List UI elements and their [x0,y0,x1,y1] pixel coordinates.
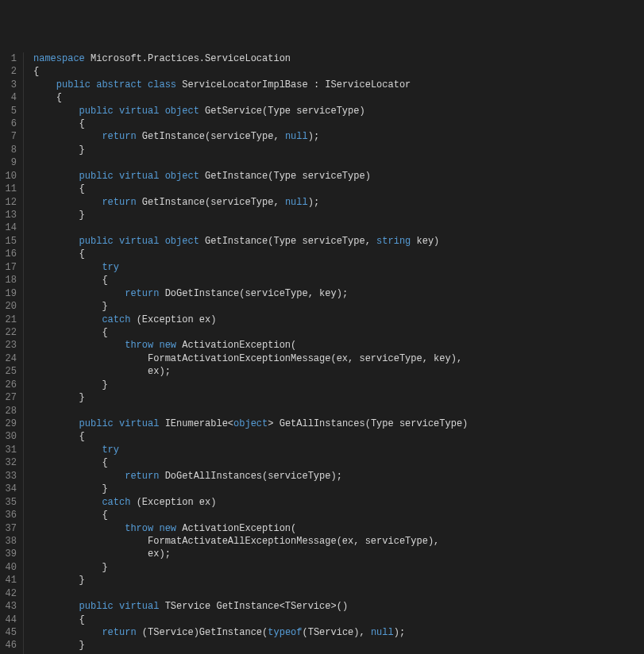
token-id: ); [308,131,319,142]
line-number: 16 [3,248,17,260]
line-number: 39 [3,548,17,560]
code-line[interactable]: } [33,391,644,404]
token-pn: } [102,483,107,494]
token-id: ); [308,197,319,208]
token-kw: null [285,197,308,208]
code-editor[interactable]: 1234567891011121314151617181920212223242… [0,52,644,654]
code-line[interactable]: public virtual object GetInstance(Type s… [33,170,644,183]
token-kw: public virtual [79,418,160,429]
code-line[interactable]: { [33,614,644,626]
token-kw: namespace [33,53,85,64]
token-id [33,340,125,351]
code-line[interactable]: ex); [33,365,644,378]
code-line[interactable]: return DoGetInstance(serviceType, key); [33,287,644,300]
token-kw: object [233,418,268,429]
code-line[interactable]: public virtual object GetService(Type se… [33,105,644,117]
code-line[interactable]: return GetInstance(serviceType, null); [33,130,644,143]
code-line[interactable]: { [33,248,644,260]
token-kw: catch [102,497,130,508]
line-number: 35 [3,496,17,509]
code-line[interactable]: } [33,574,644,587]
code-line[interactable]: } [33,379,644,391]
code-line[interactable]: { [33,117,644,130]
line-number: 34 [3,483,17,495]
token-id: ); [394,627,405,638]
code-line[interactable]: FormatActivateAllExceptionMessage(ex, se… [33,535,644,548]
token-id: Microsoft.Practices.ServiceLocation [85,53,291,64]
code-line[interactable]: { [33,183,644,195]
code-line[interactable]: { [33,456,644,469]
line-number: 44 [3,614,17,626]
token-pn: } [102,562,107,573]
token-id [33,444,102,456]
code-line[interactable] [33,221,644,234]
code-line[interactable]: return DoGetAllInstances(serviceType); [33,470,644,483]
line-number: 12 [3,196,17,209]
token-pn: { [102,510,107,521]
token-kw: catch [102,314,130,325]
code-line[interactable]: } [33,483,644,495]
code-line[interactable]: { [33,326,644,339]
line-number: 13 [3,209,17,221]
code-line[interactable]: } [33,209,644,221]
code-line[interactable]: ex); [33,548,644,560]
line-number: 45 [3,626,17,639]
code-line[interactable]: throw new ActivationException( [33,339,644,352]
code-line[interactable]: catch (Exception ex) [33,496,644,509]
code-line[interactable]: return GetInstance(serviceType, null); [33,196,644,209]
code-line[interactable]: try [33,444,644,456]
token-pn: { [56,92,62,103]
code-line[interactable] [33,156,644,169]
line-number: 19 [3,287,17,300]
line-number: 2 [3,65,17,78]
code-line[interactable]: } [33,561,644,574]
code-line[interactable] [33,587,644,600]
token-kw: public virtual object [79,236,199,247]
code-line[interactable]: public virtual TService GetInstance<TSer… [33,600,644,613]
line-number: 41 [3,574,17,587]
code-line[interactable] [33,405,644,417]
line-number: 23 [3,339,17,352]
token-id [33,627,102,638]
line-number: 15 [3,235,17,248]
token-kw: try [102,262,119,273]
token-pn: { [79,118,85,129]
line-number: 38 [3,535,17,548]
code-line[interactable]: } [33,144,644,156]
token-id: FormatActivationExceptionMessage(ex, ser… [33,353,462,364]
line-number: 22 [3,326,17,339]
code-line[interactable]: { [33,509,644,521]
token-pn: { [79,431,85,442]
token-kw: throw new [125,523,176,534]
code-line[interactable]: try [33,261,644,274]
code-line[interactable]: public virtual IEnumerable<object> GetAl… [33,417,644,430]
code-line[interactable]: FormatActivationExceptionMessage(ex, ser… [33,352,644,365]
code-line[interactable]: { [33,430,644,443]
code-line[interactable]: } [33,639,644,652]
token-pn: } [79,575,85,586]
line-number: 27 [3,391,17,404]
token-id [33,118,79,129]
token-id: IEnumerable< [159,418,233,429]
code-line[interactable]: return (TService)GetInstance(typeof(TSer… [33,626,644,639]
line-number: 25 [3,365,17,378]
code-line[interactable]: namespace Microsoft.Practices.ServiceLoc… [33,52,644,65]
line-number: 33 [3,470,17,483]
line-number: 10 [3,170,17,183]
code-line[interactable]: { [33,91,644,104]
token-id [33,183,79,194]
code-line[interactable]: catch (Exception ex) [33,314,644,326]
code-line[interactable]: } [33,300,644,313]
token-id: (Exception ex) [130,497,216,508]
line-number: 5 [3,105,17,117]
code-area[interactable]: namespace Microsoft.Practices.ServiceLoc… [24,52,644,654]
code-line[interactable]: { [33,65,644,78]
code-line[interactable]: { [33,274,644,287]
code-line[interactable]: throw new ActivationException( [33,522,644,535]
token-id: GetInstance(serviceType, [137,197,285,208]
token-kw: return [125,471,159,482]
token-id [33,301,102,312]
token-id [33,327,102,338]
code-line[interactable]: public abstract class ServiceLocatorImpl… [33,79,644,91]
code-line[interactable]: public virtual object GetInstance(Type s… [33,235,644,248]
